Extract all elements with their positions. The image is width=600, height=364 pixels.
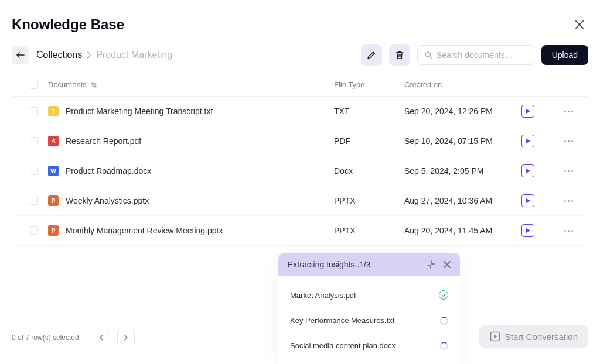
table-footer: 0 of 7 row(s) selected. [12,329,135,346]
search-box[interactable] [417,45,534,65]
upload-button[interactable]: Upload [541,45,588,65]
minimize-button[interactable] [427,260,435,269]
table-header: Documents File Type Created on [12,73,588,97]
chevron-right-icon [124,335,128,341]
back-button[interactable] [12,46,29,64]
pencil-icon [367,50,376,60]
toast-item: Social media content plan.docx [278,333,460,358]
play-icon [526,139,530,143]
table-row[interactable]: PWeekly Analystics.pptxPPTXAug 27, 2024,… [12,186,588,216]
prev-page-button[interactable] [93,329,110,346]
play-icon [526,228,530,233]
document-name: Research Report.pdf [66,136,141,146]
more-actions-button[interactable] [557,230,580,232]
created-on-value: Sep 20, 2024, 12:26 PM [404,107,521,116]
start-conversation-button[interactable]: Start Conversation [479,325,588,348]
document-name: Monthly Management Review Meeting.pptx [66,226,223,235]
edit-button[interactable] [361,44,382,66]
chevron-left-icon [99,335,104,341]
page-title: Knowledge Base [12,16,124,33]
delete-button[interactable] [389,44,410,66]
file-type-value: PDF [334,136,404,146]
file-type-icon: W [48,166,59,176]
toast-item-name: Market Analysis.pdf [290,291,356,300]
more-actions-button[interactable] [557,111,580,112]
row-checkbox[interactable] [30,197,38,205]
breadcrumb-root[interactable]: Collections [36,50,82,60]
play-button[interactable] [521,135,534,147]
selection-count: 0 of 7 row(s) selected. [12,334,81,342]
table-row[interactable]: PMonthly Management Review Meeting.pptxP… [12,216,588,246]
row-checkbox[interactable] [30,226,38,235]
file-type-icon: P [48,225,59,236]
breadcrumb: Collections Product Marketing [36,50,172,60]
next-page-button[interactable] [117,329,135,346]
play-button[interactable] [521,224,534,237]
play-icon [526,169,530,173]
created-on-value: Aug 20, 2024, 11:45 AM [404,226,521,235]
search-icon [425,51,432,59]
file-type-icon [48,136,59,146]
play-button[interactable] [521,164,534,177]
row-checkbox[interactable] [30,107,38,115]
close-icon [444,261,451,268]
table-row[interactable]: Research Report.pdfPDFSep 10, 2024, 07:1… [12,126,588,156]
chevron-right-icon [87,51,91,59]
breadcrumb-current: Product Marketing [96,50,172,60]
more-actions-button[interactable] [557,140,580,142]
file-type-value: PPTX [334,226,404,235]
file-type-icon: T [48,106,59,116]
file-type-value: PPTX [334,196,404,205]
toast-title: Extracting Insights..1/3 [288,260,422,269]
check-circle-icon [439,290,448,300]
play-button[interactable] [521,105,534,118]
column-documents-label: Documents [48,80,87,89]
table-row[interactable]: WProduct Roadmap.docxDocxSep 5, 2024, 2:… [12,156,588,186]
column-documents[interactable]: Documents [48,80,334,89]
trash-icon [395,50,404,60]
created-on-value: Aug 27, 2024, 10:36 AM [404,196,521,205]
column-filetype[interactable]: File Type [334,80,404,89]
toast-item-name: Key Performance Measures.txt [290,316,394,325]
table-row[interactable]: TProduct Marketing Meeting Transcript.tx… [12,97,588,126]
play-square-icon [490,331,500,342]
document-name: Weekly Analystics.pptx [66,196,149,205]
file-type-value: Docx [334,166,404,176]
search-input[interactable] [437,50,527,60]
toast-item-name: Social media content plan.docx [290,341,396,350]
created-on-value: Sep 10, 2024, 07:15 PM [404,136,521,146]
row-checkbox[interactable] [30,137,38,145]
play-icon [526,198,530,203]
toast-close-button[interactable] [444,261,451,268]
spinner-icon [440,317,448,325]
document-name: Product Marketing Meeting Transcript.txt [66,107,213,116]
play-button[interactable] [521,194,534,207]
toast-item: Key Performance Measures.txt [278,308,460,333]
close-icon[interactable] [571,18,588,31]
document-name: Product Roadmap.docx [66,166,151,176]
svg-point-0 [425,52,430,57]
file-type-value: TXT [334,107,404,116]
column-createdon[interactable]: Created on [404,80,521,89]
progress-toast: Extracting Insights..1/3 Market Analysis… [278,253,460,364]
more-actions-button[interactable] [557,170,580,172]
documents-table: Documents File Type Created on TProduct … [0,73,600,246]
arrow-left-icon [16,51,25,59]
collapse-icon [427,260,435,269]
row-checkbox[interactable] [30,167,38,175]
sort-icon [90,81,97,88]
more-actions-button[interactable] [557,200,580,202]
select-all-checkbox[interactable] [30,81,38,89]
file-type-icon: P [48,195,59,206]
created-on-value: Sep 5, 2024, 2:05 PM [404,166,521,176]
toast-item: Market Analysis.pdf [278,282,460,308]
spinner-icon [440,342,448,350]
start-conversation-label: Start Conversation [505,332,578,342]
play-icon [526,109,530,114]
